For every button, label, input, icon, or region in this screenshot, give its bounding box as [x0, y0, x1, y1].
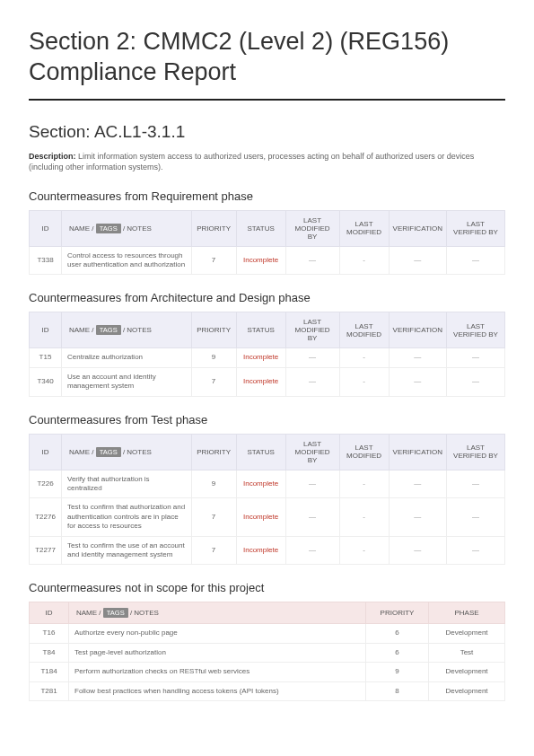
col-priority: PRIORITY	[191, 434, 236, 470]
cell-id: T184	[30, 663, 69, 681]
cell-phase: Development	[429, 681, 505, 700]
col-priority: PRIORITY	[191, 210, 236, 246]
cell-priority: 7	[191, 498, 236, 536]
cell-name: Authorize every non-public page	[69, 624, 366, 643]
cell-id: T281	[30, 681, 69, 700]
col-id: ID	[30, 434, 62, 470]
cell-lmb: —	[285, 348, 339, 367]
tags-chip: TAGS	[96, 224, 121, 233]
cell-name: Test to confirm the use of an account an…	[62, 536, 192, 565]
col-status: STATUS	[236, 434, 285, 470]
name-suffix: / NOTES	[128, 609, 159, 617]
cell-lvb: —	[447, 470, 505, 498]
cell-status: Incomplete	[236, 246, 285, 275]
col-last-modified-by: LAST MODIFIED BY	[285, 434, 339, 470]
cell-name: Follow best practices when handling acce…	[69, 681, 366, 700]
col-verification: VERIFICATION	[389, 312, 446, 348]
name-prefix: NAME /	[69, 224, 96, 232]
cell-status: Incomplete	[236, 498, 285, 536]
phase-heading-architecture: Countermeasures from Architecture and De…	[29, 291, 505, 304]
col-last-modified: LAST MODIFIED	[339, 434, 389, 470]
col-last-modified: LAST MODIFIED	[339, 312, 389, 348]
col-priority: PRIORITY	[366, 602, 429, 624]
col-name: NAME / TAGS / NOTES	[62, 210, 192, 246]
table-header-row: ID NAME / TAGS / NOTES PRIORITY PHASE	[30, 602, 505, 624]
col-priority: PRIORITY	[191, 312, 236, 348]
tags-chip: TAGS	[96, 447, 121, 457]
cell-priority: 6	[366, 624, 429, 643]
phase-heading-requirement: Countermeasures from Requirement phase	[29, 189, 505, 203]
table-test: ID NAME / TAGS / NOTES PRIORITY STATUS L…	[29, 434, 505, 566]
cell-lm: -	[339, 367, 389, 396]
col-last-modified: LAST MODIFIED	[339, 210, 389, 246]
description-label: Description:	[29, 152, 76, 161]
cell-name: Test page-level authorization	[69, 643, 366, 662]
table-header-row: ID NAME / TAGS / NOTES PRIORITY STATUS L…	[30, 312, 505, 348]
title-divider	[29, 99, 505, 101]
table-row: T338 Control access to resources through…	[30, 246, 505, 275]
name-prefix: NAME /	[76, 609, 103, 617]
cell-lm: -	[339, 498, 389, 536]
col-id: ID	[30, 312, 62, 348]
col-name: NAME / TAGS / NOTES	[62, 434, 192, 470]
cell-ver: —	[389, 498, 446, 536]
cell-ver: —	[389, 348, 446, 367]
cell-name: Verify that authorization is centralized	[62, 470, 192, 498]
cell-status: Incomplete	[236, 348, 285, 367]
name-prefix: NAME /	[69, 326, 96, 334]
cell-priority: 8	[366, 681, 429, 700]
cell-id: T2277	[30, 536, 62, 565]
col-last-modified-by: LAST MODIFIED BY	[285, 210, 339, 246]
cell-priority: 9	[191, 470, 236, 498]
cell-lvb: —	[447, 246, 505, 275]
col-verification: VERIFICATION	[389, 434, 446, 470]
table-notinscope: ID NAME / TAGS / NOTES PRIORITY PHASE T1…	[29, 602, 505, 701]
cell-phase: Test	[429, 643, 505, 662]
cell-lvb: —	[447, 348, 505, 367]
table-row: T2276 Test to confirm that authorization…	[30, 498, 505, 536]
col-phase: PHASE	[429, 602, 505, 624]
table-requirement: ID NAME / TAGS / NOTES PRIORITY STATUS L…	[29, 210, 505, 276]
cell-id: T84	[30, 643, 69, 662]
cell-lvb: —	[447, 367, 505, 396]
col-name: NAME / TAGS / NOTES	[62, 312, 192, 348]
cell-priority: 7	[191, 246, 236, 275]
cell-priority: 9	[191, 348, 236, 367]
cell-lvb: —	[447, 536, 505, 565]
cell-ver: —	[389, 367, 446, 396]
table-row: T2277 Test to confirm the use of an acco…	[30, 536, 505, 565]
col-status: STATUS	[236, 312, 285, 348]
cell-lmb: —	[285, 498, 339, 536]
table-row: T281 Follow best practices when handling…	[30, 681, 505, 700]
col-status: STATUS	[236, 210, 285, 246]
cell-id: T15	[30, 348, 62, 367]
cell-lm: -	[339, 246, 389, 275]
tags-chip: TAGS	[103, 608, 128, 618]
cell-ver: —	[389, 246, 446, 275]
col-last-modified-by: LAST MODIFIED BY	[285, 312, 339, 348]
cell-id: T16	[30, 624, 69, 643]
tags-chip: TAGS	[96, 325, 121, 335]
table-architecture: ID NAME / TAGS / NOTES PRIORITY STATUS L…	[29, 312, 505, 396]
col-name: NAME / TAGS / NOTES	[69, 602, 366, 624]
cell-id: T226	[30, 470, 62, 498]
table-row: T184 Perform authorization checks on RES…	[30, 663, 505, 681]
cell-ver: —	[389, 470, 446, 498]
col-id: ID	[30, 210, 62, 246]
cell-status: Incomplete	[236, 367, 285, 396]
cell-id: T340	[30, 367, 62, 396]
col-last-verified-by: LAST VERIFIED BY	[447, 312, 505, 348]
table-row: T226 Verify that authorization is centra…	[30, 470, 505, 498]
cell-lmb: —	[285, 246, 339, 275]
cell-lmb: —	[285, 536, 339, 565]
notinscope-heading: Countermeasures not in scope for this pr…	[29, 581, 505, 594]
phase-heading-test: Countermeasures from Test phase	[29, 413, 505, 426]
cell-status: Incomplete	[236, 470, 285, 498]
cell-lm: -	[339, 348, 389, 367]
table-header-row: ID NAME / TAGS / NOTES PRIORITY STATUS L…	[30, 210, 505, 246]
cell-priority: 7	[191, 367, 236, 396]
cell-lvb: —	[447, 498, 505, 536]
table-row: T84 Test page-level authorization 6 Test	[30, 643, 505, 662]
cell-name: Test to confirm that authorization and a…	[62, 498, 192, 536]
cell-priority: 9	[366, 663, 429, 681]
